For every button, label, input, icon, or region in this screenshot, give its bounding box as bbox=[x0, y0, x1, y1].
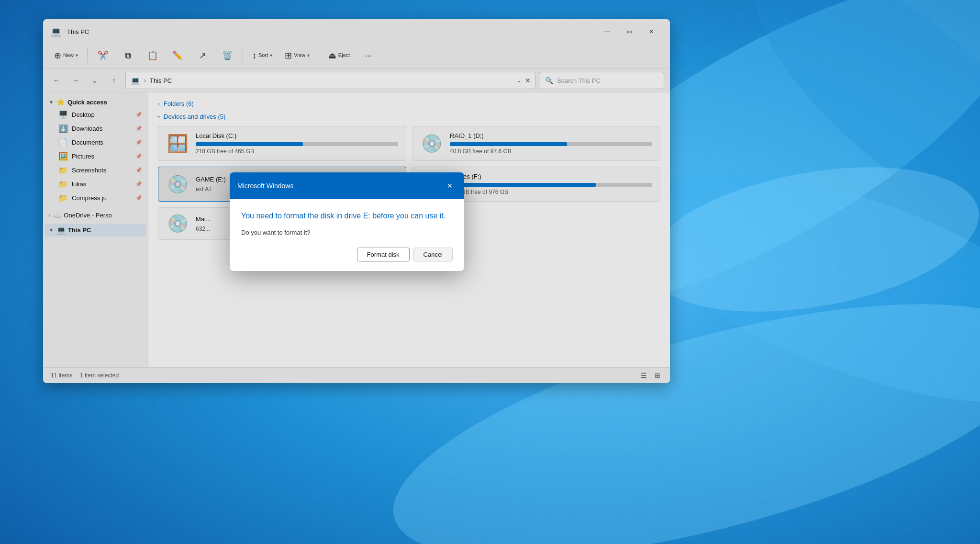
file-explorer-window: 💻 This PC — ▭ ✕ ⊕ New ▾ ✂️ ⧉ 📋 ✏️ ↗ bbox=[43, 19, 670, 383]
cancel-button[interactable]: Cancel bbox=[413, 248, 453, 261]
svg-point-4 bbox=[716, 0, 980, 274]
dialog-body: You need to format the disk in drive E: … bbox=[230, 199, 464, 271]
dialog-close-button[interactable]: ✕ bbox=[443, 179, 457, 193]
dialog-title-bar: Microsoft Windows ✕ bbox=[230, 172, 464, 199]
dialog-title: Microsoft Windows bbox=[237, 182, 293, 190]
svg-point-5 bbox=[637, 144, 980, 334]
dialog-overlay: Microsoft Windows ✕ You need to format t… bbox=[43, 19, 670, 383]
dialog-buttons: Format disk Cancel bbox=[241, 248, 453, 261]
format-disk-button[interactable]: Format disk bbox=[357, 248, 410, 261]
dialog-main-text: You need to format the disk in drive E: … bbox=[241, 211, 453, 221]
format-dialog: Microsoft Windows ✕ You need to format t… bbox=[230, 172, 464, 271]
dialog-sub-text: Do you want to format it? bbox=[241, 229, 453, 236]
